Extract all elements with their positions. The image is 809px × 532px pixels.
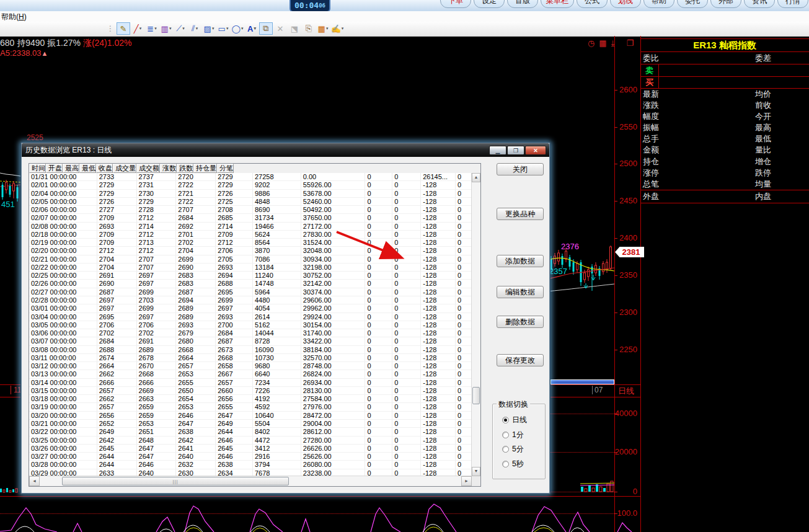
table-row[interactable]: 02/18 00:00:00 2709 2712 2701 2709 5624 … xyxy=(29,231,472,239)
edit-data-button[interactable]: 编辑数据 xyxy=(497,286,544,298)
table-row[interactable]: 02/01 00:00:00 2729 2731 2722 2729 9202 … xyxy=(29,181,472,189)
draw-line-button[interactable]: 划线 xyxy=(610,0,641,8)
restore-button[interactable]: ❐ xyxy=(507,146,524,155)
pages-icon[interactable]: ⧉ xyxy=(259,22,273,35)
delete-data-button[interactable]: 删除数据 xyxy=(497,316,544,328)
table-row[interactable]: 03/06 00:00:00 2702 2702 2679 2684 14044… xyxy=(29,329,472,337)
table-row[interactable]: 03/05 00:00:00 2706 2706 2693 2700 5162 … xyxy=(29,321,472,329)
period-radio[interactable]: 日线 xyxy=(493,413,545,428)
table-row[interactable]: 03/18 00:00:00 2662 2663 2654 2656 4192 … xyxy=(29,395,472,403)
chart-scrollbar[interactable] xyxy=(550,379,614,384)
column-header[interactable]: 涨数 xyxy=(160,164,177,173)
text-tool-icon[interactable]: A xyxy=(245,22,259,35)
color-grid-icon[interactable]: ▦ xyxy=(316,22,330,35)
table-row[interactable]: 03/14 00:00:00 2666 2666 2655 2657 7234 … xyxy=(29,379,472,387)
column-header[interactable]: 最高 xyxy=(63,164,79,173)
table-row[interactable]: 03/27 00:00:00 2644 2647 2640 2646 2916 … xyxy=(29,453,472,461)
copy-icon[interactable]: ⎘ xyxy=(302,22,316,35)
help-button[interactable]: 帮助 xyxy=(643,0,674,8)
table-row[interactable]: 02/08 00:00:00 2693 2714 2692 2714 19466… xyxy=(29,223,472,231)
minimize-button[interactable]: ▁ xyxy=(489,146,506,155)
column-header[interactable]: 开盘 xyxy=(46,164,63,173)
scroll-up-arrow[interactable]: ▲ xyxy=(472,173,480,182)
scroll-right-arrow[interactable]: ► xyxy=(461,476,472,486)
flag-list-icon[interactable]: ≣ xyxy=(145,22,159,35)
chip-icon[interactable]: ▦ xyxy=(599,38,606,48)
order-button[interactable]: 下单 xyxy=(440,0,471,8)
menu-help[interactable]: 帮助(H) xyxy=(1,12,27,22)
table-row[interactable]: 02/26 00:00:00 2690 2697 2683 2688 14748… xyxy=(29,280,472,288)
table-row[interactable]: 03/22 00:00:00 2649 2651 2638 2644 8402 … xyxy=(29,428,472,436)
trade-button[interactable]: 委托 xyxy=(677,0,708,8)
vertical-lines-icon[interactable]: ▥ xyxy=(159,22,173,35)
table-row[interactable]: 03/11 00:00:00 2674 2678 2664 2668 10730… xyxy=(29,354,472,362)
horizontal-scrollbar[interactable]: ◄ ||| ► xyxy=(29,476,472,486)
table-row[interactable]: 02/28 00:00:00 2697 2703 2694 2699 4480 … xyxy=(29,296,472,304)
table-row[interactable]: 02/07 00:00:00 2709 2712 2684 2685 31734… xyxy=(29,214,472,222)
column-header[interactable]: 持仓量 xyxy=(193,164,217,173)
home-button[interactable]: 首版 xyxy=(507,0,538,8)
table-row[interactable]: 02/06 00:00:00 2727 2728 2707 2708 8690 … xyxy=(29,206,472,214)
trendline-icon[interactable]: ╱ xyxy=(131,22,144,35)
channel-lines-icon[interactable]: ⫽ xyxy=(188,22,201,35)
delete-drawing-icon[interactable]: ✕ xyxy=(273,22,287,35)
circle-tool-icon[interactable]: ◯ xyxy=(231,22,244,35)
table-row[interactable]: 02/04 00:00:00 2729 2730 2721 2726 9886 … xyxy=(29,190,472,198)
table-row[interactable]: 03/19 00:00:00 2657 2659 2653 2655 4592 … xyxy=(29,403,472,411)
table-row[interactable]: 03/07 00:00:00 2684 2691 2680 2687 8728 … xyxy=(29,337,472,345)
edit-tools-icon[interactable]: ✍ xyxy=(330,22,344,35)
hatch-icon[interactable]: ▨ xyxy=(202,22,216,35)
table-row[interactable]: 03/01 00:00:00 2697 2699 2689 2697 4054 … xyxy=(29,304,472,313)
rectangle-tool-icon[interactable]: ▭ xyxy=(216,22,230,35)
dialog-title-bar[interactable]: 历史数据浏览 ER13 : 日线 ▁ ❐ ✕ xyxy=(22,143,549,157)
table-row[interactable]: 03/25 00:00:00 2642 2648 2642 2646 4472 … xyxy=(29,437,472,445)
table-row[interactable]: 03/08 00:00:00 2688 2689 2668 2673 16090… xyxy=(29,346,472,354)
save-changes-button[interactable]: 保存更改 xyxy=(497,354,544,366)
table-row[interactable]: 03/28 00:00:00 2644 2646 2632 2638 3794 … xyxy=(29,461,472,469)
pointer-pencil-icon[interactable]: ✎ xyxy=(117,22,130,35)
period-radio[interactable]: 1分 xyxy=(493,428,545,443)
table-row[interactable]: 02/25 00:00:00 2691 2697 2683 2694 11240… xyxy=(29,272,472,280)
table-row[interactable]: 01/31 00:00:00 2733 2737 2720 2729 27258… xyxy=(29,173,472,181)
table-row[interactable]: 03/13 00:00:00 2662 2668 2653 2667 6640 … xyxy=(29,370,472,378)
column-header[interactable]: 收盘 xyxy=(96,164,113,173)
vertical-scrollbar[interactable]: ▲ ▼ xyxy=(471,173,480,476)
table-row[interactable]: 03/15 00:00:00 2657 2669 2650 2660 7226 … xyxy=(29,387,472,395)
close-button[interactable]: 关闭 xyxy=(497,163,544,175)
scroll-left-arrow[interactable]: ◄ xyxy=(29,476,40,486)
table-row[interactable]: 03/20 00:00:00 2656 2659 2646 2647 10640… xyxy=(29,412,472,420)
column-header[interactable]: 分笔 xyxy=(217,164,234,173)
table-row[interactable]: 02/05 00:00:00 2726 2729 2722 2725 4848 … xyxy=(29,198,472,206)
table-row[interactable]: 02/27 00:00:00 2687 2699 2687 2695 5964 … xyxy=(29,288,472,296)
add-data-button[interactable]: 添加数据 xyxy=(497,255,544,267)
period-radio[interactable]: 5秒 xyxy=(493,457,545,472)
gann-fan-icon[interactable]: ⟋ xyxy=(174,22,187,35)
table-row[interactable]: 02/21 00:00:00 2704 2707 2699 2705 7086 … xyxy=(29,255,472,264)
column-header[interactable]: 时间 xyxy=(29,164,46,173)
table-row[interactable]: 03/04 00:00:00 2695 2697 2689 2693 2614 … xyxy=(29,313,472,321)
table-row[interactable]: 03/26 00:00:00 2645 2647 2641 2645 3412 … xyxy=(29,445,472,453)
change-symbol-button[interactable]: 更换品种 xyxy=(497,208,544,220)
close-window-button[interactable]: ✕ xyxy=(525,146,546,155)
vertical-scroll-thumb[interactable] xyxy=(472,387,480,404)
eraser-icon[interactable]: ⬔ xyxy=(288,22,301,35)
column-header[interactable]: 成交量 xyxy=(113,164,136,173)
scroll-down-arrow[interactable]: ▼ xyxy=(472,467,480,476)
clock-icon[interactable]: ◷ xyxy=(588,38,595,48)
table-row[interactable]: 02/20 00:00:00 2712 2712 2704 2706 3870 … xyxy=(29,247,472,255)
table-row[interactable]: 03/21 00:00:00 2652 2653 2647 2649 5504 … xyxy=(29,420,472,428)
formula-button[interactable]: 公式 xyxy=(577,0,608,8)
period-radio[interactable]: 5分 xyxy=(493,442,545,457)
settings-button[interactable]: 设定 xyxy=(474,0,505,8)
column-header[interactable]: 跌数 xyxy=(177,164,193,173)
table-row[interactable]: 02/22 00:00:00 2704 2707 2690 2693 13184… xyxy=(29,264,472,272)
news-button[interactable]: 资讯 xyxy=(744,0,775,8)
horizontal-scroll-thumb[interactable]: ||| xyxy=(62,477,289,485)
column-header[interactable]: 成交额 xyxy=(136,164,160,173)
column-header[interactable]: 最低 xyxy=(79,164,96,173)
quotes-button[interactable]: 行情 xyxy=(777,0,808,8)
menu-bar-button[interactable]: 菜单栏 xyxy=(541,0,574,8)
external-button[interactable]: 外部 xyxy=(710,0,741,8)
window-icon[interactable]: ❐ xyxy=(626,38,634,48)
table-row[interactable]: 03/12 00:00:00 2664 2670 2657 2658 9680 … xyxy=(29,362,472,370)
